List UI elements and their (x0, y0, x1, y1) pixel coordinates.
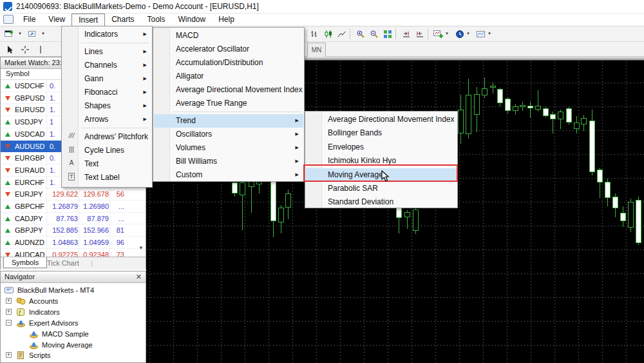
tree-item-blackbull-markets-mt4[interactable]: BlackBull Markets - MT4 (1, 285, 146, 296)
tree-item-macd-sample[interactable]: MACD Sample (1, 329, 146, 340)
menu-item-andrews-pitchfork[interactable]: ///Andrews' Pitchfork (62, 130, 151, 144)
menu-item-envelopes[interactable]: Envelopes (306, 141, 457, 154)
tree-item-scripts[interactable]: +Scripts (1, 350, 146, 361)
market-watch-row-audcad[interactable]: AUDCAD0.922750.9234873 (1, 249, 146, 257)
candlestick-chart-icon[interactable] (321, 28, 336, 41)
tab-symbols[interactable]: Symbols (3, 257, 47, 268)
market-watch-row-cadjpy[interactable]: CADJPY87.76387.879... (1, 213, 146, 225)
menu-view[interactable]: View (42, 14, 71, 26)
menu-item-accelerator-oscillator[interactable]: Accelerator Oscillator (154, 43, 303, 56)
menu-item-indicators[interactable]: Indicators▶ (62, 28, 151, 41)
market-watch-row-eurjpy[interactable]: EURJPY129.622129.67856 (1, 188, 146, 201)
period-tab-mn[interactable]: MN (307, 43, 326, 57)
tree-item-accounts[interactable]: +Accounts (1, 296, 146, 307)
symbol-name: AUDUSD (15, 142, 44, 150)
candle-wick (530, 102, 531, 118)
expert-advisor-icon (29, 340, 38, 349)
menu-item-shapes[interactable]: Shapes▶ (62, 99, 151, 113)
candle-bear (636, 200, 641, 243)
menu-item-cycle-lines[interactable]: |||Cycle Lines (62, 144, 151, 157)
menu-item-average-directional-movement-index[interactable]: Average Directional Movement Index (306, 113, 457, 126)
expand-icon[interactable]: + (6, 298, 12, 304)
menu-item-gann[interactable]: Gann▶ (62, 72, 151, 86)
menu-insert[interactable]: Insert (71, 14, 105, 26)
candle-bear (612, 197, 618, 208)
submenu-arrow-icon: ▶ (296, 132, 299, 137)
market-watch-row-gbpjpy[interactable]: GBPJPY152.885152.96681 (1, 224, 146, 237)
cursor-tool-icon[interactable] (3, 43, 17, 56)
price-up-icon (5, 120, 10, 124)
periods-icon-caret[interactable]: ▼ (466, 32, 470, 35)
menu-item-average-true-range[interactable]: Average True Range (154, 97, 303, 110)
ask-value: 1.26980 (79, 202, 109, 210)
market-watch-row-gbpchf[interactable]: GBPCHF1.268791.26980... (1, 201, 146, 213)
submenu-arrow-icon: ▶ (296, 145, 299, 150)
menu-item-macd[interactable]: MACD (154, 29, 303, 43)
scroll-down-icon[interactable]: ▼ (138, 245, 144, 251)
menu-charts[interactable]: Charts (105, 14, 140, 26)
symbol-name: USDCAD (15, 130, 44, 138)
candle-bull (278, 208, 284, 222)
close-icon[interactable]: ✕ (136, 273, 142, 281)
vertical-line-tool-icon[interactable] (33, 43, 48, 56)
menu-item-volumes[interactable]: Volumes▶ (154, 141, 303, 155)
menu-item-custom[interactable]: Custom▶ (154, 168, 303, 182)
menu-item-arrows[interactable]: Arrows▶ (62, 113, 151, 126)
menu-item-channels[interactable]: Channels▶ (62, 59, 151, 72)
symbol-name: EURUSD (15, 106, 44, 113)
menu-item-trend[interactable]: Trend▶ (154, 114, 303, 128)
menu-tools[interactable]: Tools (141, 14, 172, 26)
menu-item-label: Alligator (176, 72, 204, 81)
tree-item-label: Expert Advisors (29, 319, 78, 327)
chart-window-icon[interactable] (26, 28, 40, 41)
menu-item-average-directional-movement-index[interactable]: Average Directional Movement Index (154, 83, 303, 97)
menu-separator (81, 43, 149, 43)
new-order-icon[interactable] (3, 28, 17, 41)
menu-item-text[interactable]: AText (62, 157, 151, 171)
menu-item-accumulation-distribution[interactable]: Accumulation/Distribution (154, 56, 303, 70)
menu-file[interactable]: File (17, 14, 42, 26)
menu-item-label: Arrows (84, 115, 108, 124)
templates-icon-caret[interactable]: ▼ (488, 32, 491, 35)
menu-item-parabolic-sar[interactable]: Parabolic SAR (306, 182, 457, 195)
tab-tick-chart[interactable]: Tick Chart (47, 259, 79, 267)
menu-bar: FileViewInsertChartsToolsWindowHelp (0, 14, 644, 26)
menu-help[interactable]: Help (212, 14, 241, 26)
menu-item-bill-williams[interactable]: Bill Williams▶ (154, 155, 303, 168)
expand-icon[interactable]: + (6, 352, 12, 358)
shift-chart-end-icon[interactable] (399, 28, 413, 41)
tree-item-moving-average[interactable]: Moving Average (1, 340, 146, 351)
menu-item-lines[interactable]: Lines▶ (62, 45, 151, 59)
auto-scroll-icon[interactable] (413, 28, 427, 41)
crosshair-tool-icon[interactable] (18, 43, 32, 56)
menu-item-label: Indicators (84, 30, 118, 39)
server-icon (5, 286, 14, 295)
tile-windows-icon[interactable] (381, 28, 395, 41)
add-indicator-icon[interactable] (431, 28, 446, 41)
menu-item-text-label[interactable]: TText Label (62, 171, 151, 184)
candle-bear (543, 108, 549, 116)
ask-value: 0.92348 (79, 251, 109, 257)
bar-chart-icon[interactable] (308, 28, 322, 41)
zoom-in-icon[interactable] (354, 28, 368, 41)
templates-icon[interactable] (474, 28, 488, 41)
periods-icon[interactable] (453, 28, 467, 41)
collapse-icon[interactable]: − (6, 320, 12, 326)
tree-item-indicators[interactable]: +fIndicators (1, 307, 146, 318)
menu-item-standard-deviation[interactable]: Standard Deviation (306, 195, 457, 209)
menu-item-oscillators[interactable]: Oscillators▶ (154, 128, 303, 141)
tree-item-expert-advisors[interactable]: −Expert Advisors (1, 318, 146, 329)
add-indicator-icon-caret[interactable]: ▼ (445, 32, 449, 35)
zoom-out-icon[interactable] (367, 28, 381, 41)
menu-item-fibonacci[interactable]: Fibonacci▶ (62, 86, 151, 99)
menu-item-alligator[interactable]: Alligator (154, 70, 303, 83)
menu-item-label: Accumulation/Distribution (176, 58, 263, 67)
expand-icon[interactable]: + (6, 309, 12, 315)
line-chart-icon[interactable] (335, 28, 349, 41)
insert-menu-dropdown: Indicators▶Lines▶Channels▶Gann▶Fibonacci… (61, 26, 153, 188)
market-watch-row-audnzd[interactable]: AUDNZD1.048631.0495996 (1, 237, 146, 249)
chart-window-icon-caret[interactable]: ▼ (41, 32, 45, 35)
new-order-icon-caret[interactable]: ▼ (18, 32, 22, 35)
menu-item-bollinger-bands[interactable]: Bollinger Bands (306, 126, 457, 140)
menu-window[interactable]: Window (172, 14, 213, 26)
